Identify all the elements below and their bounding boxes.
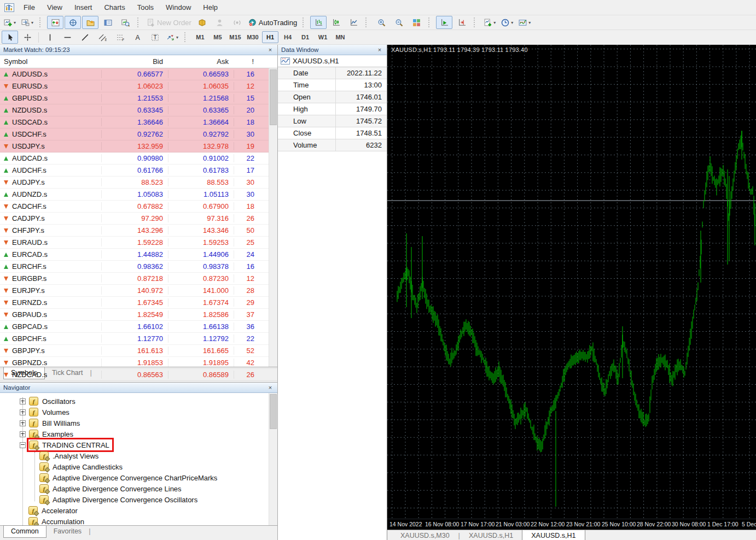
- market-watch-row-GBPNZD.s[interactable]: GBPNZD.s1.918531.9189542: [0, 357, 277, 369]
- strategy-tester-button[interactable]: [117, 16, 133, 29]
- navigator-item-accumulation[interactable]: fAccumulation: [0, 516, 277, 525]
- market-watch-row-EURGBP.s[interactable]: EURGBP.s0.872180.8723012: [0, 273, 277, 285]
- chart-tab-3[interactable]: XAUUSD.s,H1: [522, 530, 585, 540]
- market-watch-row-EURJPY.s[interactable]: EURJPY.s140.972141.00028: [0, 285, 277, 297]
- navigator-item-adaptive-divergence-convergence-oscillators[interactable]: fAdaptive Divergence Convergence Oscilla…: [0, 494, 277, 505]
- market-watch-button[interactable]: [47, 16, 63, 29]
- timeframe-m30-button[interactable]: M30: [245, 31, 261, 43]
- expand-icon[interactable]: [20, 431, 26, 437]
- text-label-button[interactable]: T: [147, 31, 163, 44]
- menu-item-insert[interactable]: Insert: [68, 1, 98, 15]
- close-icon[interactable]: ×: [376, 46, 383, 53]
- scrollbar-thumb[interactable]: [270, 394, 277, 429]
- navigator-tab-favorites[interactable]: Favorites: [46, 526, 89, 537]
- menu-item-file[interactable]: File: [18, 1, 41, 15]
- chart-line-button[interactable]: [345, 16, 362, 29]
- expand-icon[interactable]: [20, 409, 26, 415]
- market-watch-row-AUDJPY.s[interactable]: AUDJPY.s88.52388.55330: [0, 177, 277, 189]
- scrollbar-thumb[interactable]: [270, 69, 277, 125]
- timeframe-h4-button[interactable]: H4: [280, 31, 296, 43]
- crosshair-button[interactable]: [19, 31, 36, 44]
- navigator-item-adaptive-candlesticks[interactable]: fAdaptive Candlesticks: [0, 461, 277, 472]
- market-watch-row-CADCHF.s[interactable]: CADCHF.s0.678820.6790018: [0, 201, 277, 213]
- market-watch-row-GBPCHF.s[interactable]: GBPCHF.s1.127701.1279222: [0, 333, 277, 345]
- close-icon[interactable]: ×: [266, 46, 274, 53]
- menu-item-charts[interactable]: Charts: [98, 1, 131, 15]
- menu-item-tools[interactable]: Tools: [131, 1, 160, 15]
- market-watch-row-USDJPY.s[interactable]: USDJPY.s132.959132.97819: [0, 140, 277, 152]
- chart-shift-button[interactable]: [453, 16, 470, 29]
- timeframe-m5-button[interactable]: M5: [210, 31, 226, 43]
- cursor-button[interactable]: [2, 31, 18, 44]
- chart-time-axis[interactable]: 14 Nov 202216 Nov 08:0017 Nov 17:0021 No…: [387, 519, 756, 530]
- indicators-button[interactable]: ▾: [481, 16, 498, 29]
- chart-bars-button[interactable]: [310, 16, 327, 29]
- market-watch-row-EURCAD.s[interactable]: EURCAD.s1.448821.4490624: [0, 249, 277, 261]
- column-header-ask[interactable]: Ask: [168, 57, 234, 66]
- column-header-symbol[interactable]: Symbol: [0, 57, 101, 66]
- market-watch-row-GBPUSD.s[interactable]: GBPUSD.s1.215531.2156815: [0, 92, 277, 104]
- timeframe-h1-button[interactable]: H1: [262, 31, 278, 43]
- dropdown-caret-icon[interactable]: ▾: [14, 20, 16, 25]
- zoom-in-button[interactable]: [373, 16, 389, 29]
- market-watch-row-USDCHF.s[interactable]: USDCHF.s0.927620.9279230: [0, 128, 277, 140]
- navigator-item-trading-central[interactable]: fTRADING CENTRAL: [0, 439, 277, 450]
- fibonacci-button[interactable]: F: [112, 31, 128, 44]
- market-watch-row-AUDNZD.s[interactable]: AUDNZD.s1.050831.0511330: [0, 189, 277, 201]
- trendline-button[interactable]: [77, 31, 93, 44]
- chart-tab-2[interactable]: XAUUSD.s,H1: [460, 530, 522, 540]
- navigator-tab-common[interactable]: Common: [3, 525, 46, 538]
- timeframe-mn-button[interactable]: MN: [332, 31, 348, 43]
- dropdown-caret-icon[interactable]: ▾: [511, 20, 513, 25]
- auto-scroll-button[interactable]: [436, 16, 452, 29]
- text-button[interactable]: A: [129, 31, 146, 44]
- timeframe-m1-button[interactable]: M1: [192, 31, 208, 43]
- navigator-item-examples[interactable]: fExamples: [0, 429, 277, 439]
- market-watch-row-EURUSD.s[interactable]: EURUSD.s1.060231.0603512: [0, 80, 277, 92]
- navigator-item--analyst-views[interactable]: f.Analyst Views: [0, 450, 277, 461]
- new-chart-button[interactable]: ▾: [2, 16, 18, 29]
- market-watch-row-GBPAUD.s[interactable]: GBPAUD.s1.825491.8258637: [0, 309, 277, 321]
- data-window-button[interactable]: [65, 16, 81, 29]
- templates-button[interactable]: ▾: [516, 16, 533, 29]
- navigator-item-adaptive-divergence-convergence-chartpricemarks[interactable]: fAdaptive Divergence Convergence ChartPr…: [0, 472, 277, 483]
- periods-button[interactable]: ▾: [499, 16, 515, 29]
- close-icon[interactable]: ×: [266, 384, 274, 391]
- terminal-button[interactable]: [100, 16, 116, 29]
- dropdown-caret-icon[interactable]: ▾: [31, 20, 33, 25]
- market-watch-row-EURNZD.s[interactable]: EURNZD.s1.673451.6737429: [0, 297, 277, 309]
- navigator-scrollbar[interactable]: [269, 393, 277, 525]
- navigator-item-oscillators[interactable]: fOscillators: [0, 396, 277, 407]
- horizontal-line-button[interactable]: [59, 31, 75, 44]
- market-watch-row-NZDUSD.s[interactable]: NZDUSD.s0.633450.6336520: [0, 104, 277, 116]
- market-watch-row-AUDCHF.s[interactable]: AUDCHF.s0.617660.6178317: [0, 165, 277, 177]
- market-watch-row-EURCHF.s[interactable]: EURCHF.s0.983620.9837816: [0, 261, 277, 273]
- market-watch-row-USDCAD.s[interactable]: USDCAD.s1.366461.3666418: [0, 116, 277, 128]
- navigator-item-accelerator[interactable]: fAccelerator: [0, 505, 277, 516]
- chart-tab-1[interactable]: XAUUSD.s,M30: [392, 530, 458, 540]
- market-watch-row-GBPCAD.s[interactable]: GBPCAD.s1.661021.6613836: [0, 321, 277, 333]
- dropdown-caret-icon[interactable]: ▾: [176, 35, 178, 40]
- navigator-item-bill-williams[interactable]: fBill Williams: [0, 418, 277, 429]
- shapes-button[interactable]: ▾: [164, 31, 181, 44]
- navigator-button[interactable]: ★: [82, 16, 98, 29]
- market-watch-row-CADJPY.s[interactable]: CADJPY.s97.29097.31626: [0, 213, 277, 225]
- price-chart[interactable]: [387, 45, 756, 519]
- chart-candles-button[interactable]: [328, 16, 344, 29]
- vertical-line-button[interactable]: [42, 31, 58, 44]
- timeframe-d1-button[interactable]: D1: [297, 31, 313, 43]
- column-header-spread[interactable]: !: [234, 57, 259, 66]
- market-watch-row-AUDCAD.s[interactable]: AUDCAD.s0.909800.9100222: [0, 152, 277, 165]
- zoom-out-button[interactable]: [391, 16, 407, 29]
- column-header-bid[interactable]: Bid: [101, 57, 168, 66]
- profiles-button[interactable]: ▾: [19, 16, 36, 29]
- autotrading-button[interactable]: AutoTrading: [247, 16, 299, 29]
- channel-button[interactable]: E: [94, 31, 111, 44]
- market-watch-row-GBPJPY.s[interactable]: GBPJPY.s161.613161.66552: [0, 345, 277, 357]
- collapse-icon[interactable]: [20, 442, 26, 448]
- dropdown-caret-icon[interactable]: ▾: [528, 20, 531, 25]
- market-watch-row-CHFJPY.s[interactable]: CHFJPY.s143.296143.34650: [0, 225, 277, 237]
- market-watch-scrollbar[interactable]: [269, 68, 277, 367]
- expand-icon[interactable]: [20, 398, 26, 404]
- expand-icon[interactable]: [20, 420, 26, 426]
